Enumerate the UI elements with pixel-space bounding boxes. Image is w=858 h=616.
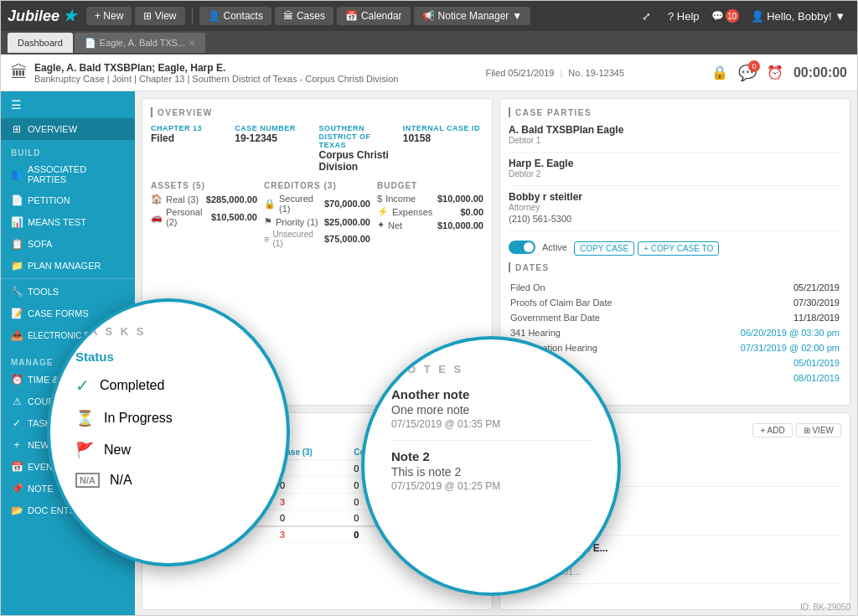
sidebar-item-overview[interactable]: ⊞ OVERVIEW [1,118,135,140]
overview-icon: ⊞ [11,123,23,135]
dates-row-filed: Filed On 05/21/2019 [510,281,840,294]
sidebar-item-note[interactable]: 📌 NOTE [1,478,135,500]
app-wrapper: Jubilee ★ + New ⊞ View 👤 Contacts 🏛 Case… [0,0,858,616]
overview-panel-title: OVERVIEW [151,107,483,117]
user-icon: 👤 [751,10,764,23]
expand-button[interactable]: ⤢ [637,8,656,24]
sidebar: ☰ ⊞ OVERVIEW BUILD 👥 ASSOCIATED PARTIES … [1,91,135,616]
events-icon: 📅 [11,461,23,473]
active-toggle-row: Active COPY CASE + COPY CASE TO [509,238,841,256]
meta-items: Filed 05/21/2019 | No. 19-12345 [485,68,624,78]
contacts-icon: 👤 [208,10,220,22]
notice-manager-button[interactable]: 📢 Notice Manager ▼ [414,7,531,25]
tab-eagle[interactable]: 📄 Eagle, A. Bald TXS... ✕ [75,33,206,53]
notes-panel-actions: + ADD ⊞ VIEW [752,423,841,437]
help-button[interactable]: ? Help [663,8,705,24]
completed-icon: ✓ [156,463,163,473]
creditors-unsecured: ≡ Unsecured (1) $75,000.00 [264,230,370,248]
dates-table: Filed On 05/21/2019 Proofs of Claim Bar … [509,279,841,386]
dates-row-confirmation: Confirmation Hearing 07/31/2019 @ 02:00 … [510,341,840,355]
plan-manager-icon: 📁 [11,260,23,272]
budget-net: ✦ Net $10,000.00 [377,220,483,230]
sidebar-item-case-forms[interactable]: 📝 CASE FORMS [1,303,135,324]
case-forms-icon: 📝 [11,308,23,319]
help-icon: ? [668,10,674,23]
logo-text: Jubilee [8,8,59,25]
active-label: Active [542,242,567,252]
dates-row-341: 341 Hearing 06/20/2019 @ 03:30 pm [510,326,840,339]
contacts-button[interactable]: 👤 Contacts [199,7,271,25]
sidebar-item-new-task[interactable]: + NEW TASK [1,434,135,456]
sidebar-item-sofa[interactable]: 📋 SOFA [1,233,135,255]
build-title: BUILD [1,143,135,159]
cases-button[interactable]: 🏛 Cases [275,7,333,25]
case-parties-panel: CASE PARTIES A. Bald TXSBPlan Eagle Debt… [499,98,850,406]
alarm-icon: ⏰ [767,65,783,80]
tasks-view-button[interactable]: ⊞ VIEW [438,423,483,437]
notification-badge: 10 [726,9,739,23]
note-item-1: Note 2 This is note 2 07/15/2019 @ 01:25… [509,494,841,536]
na-icon: N/A [156,514,170,523]
sidebar-item-tasks[interactable]: ✓ TASKS [1,412,135,434]
toggle-knob [524,242,534,252]
new-button[interactable]: + New [86,7,132,25]
party-divider-1 [509,152,841,153]
dates-title: DATES [509,262,841,272]
user-menu-button[interactable]: 👤 Hello, Bobby! ▼ [746,8,850,24]
view-button[interactable]: ⊞ View [135,7,184,25]
assoc-parties-icon: 👥 [11,168,23,180]
party-attorney: Bobby r steitler Attorney (210) 561-5300 [509,191,841,224]
copy-case-button[interactable]: COPY CASE [574,241,634,256]
sidebar-item-means-test[interactable]: 📊 MEANS TEST [1,211,135,233]
notice-dropdown-icon: ▼ [512,10,522,22]
message-icon-breadcrumb[interactable]: 💬 0 [738,64,757,82]
note-icon: 📌 [11,483,23,494]
documents-icon: 📂 [11,505,23,516]
notes-view-button[interactable]: ⊞ VIEW [796,423,841,437]
dates-row-gov-bar: Government Bar Date 11/18/2019 [510,311,840,324]
breadcrumb-bar: 🏛 Eagle, A. Bald TXSBPlan; Eagle, Harp E… [1,54,857,91]
creditors-priority: ⚑ Priority (1) $25,000.00 [264,216,370,227]
notes-panel: NOTES + ADD ⊞ VIEW Another note One more… [499,412,850,610]
breadcrumb-title: Eagle, A. Bald TXSBPlan; Eagle, Harp E. [34,62,399,74]
active-toggle[interactable] [509,241,535,254]
message-badge: 0 [748,60,760,72]
calendar-icon: 📅 [345,10,358,22]
new-task-flag-icon: 🚩 [156,496,168,506]
sidebar-item-court-notices[interactable]: ⚠ COURT NOTICES [1,391,135,412]
party-divider-3 [509,230,841,231]
sidebar-item-electronic-filing[interactable]: 📤 ELECTRONIC FILING [1,324,135,346]
party-debtor1: A. Bald TXSBPlan Eagle Debtor 1 [509,124,841,145]
sidebar-item-petition[interactable]: 📄 PETITION [1,189,135,211]
sidebar-item-documents[interactable]: 📂 DOC ENTS [1,500,135,521]
ov-internal-id: Internal Case ID 10158 [403,124,483,173]
breadcrumb-icon: 🏛 [11,63,28,82]
ov-chapter: Chapter 13 Filed [151,124,231,173]
sidebar-item-associated-parties[interactable]: 👥 ASSOCIATED PARTIES [1,159,135,189]
tab-bar: Dashboard 📄 Eagle, A. Bald TXS... ✕ [1,31,857,54]
filed-meta: Filed 05/21/2019 | No. 19-12345 [485,68,624,78]
notification-area[interactable]: 💬 10 [711,9,739,23]
breadcrumb-subtitle: Bankruptcy Case | Joint | Chapter 13 | S… [34,74,399,84]
tab-eagle-label: Eagle, A. Bald TXS... [100,38,186,48]
hamburger-menu[interactable]: ☰ [1,91,135,118]
sidebar-item-events[interactable]: 📅 EVENTS [1,456,135,478]
sidebar-item-plan-manager[interactable]: 📁 PLAN MANAGER [1,255,135,277]
main-layout: ☰ ⊞ OVERVIEW BUILD 👥 ASSOCIATED PARTIES … [1,91,857,616]
tasks-row-na: N/A N/A 0 0 [151,510,483,527]
notes-add-button[interactable]: + ADD [752,423,792,437]
dates-section: DATES Filed On 05/21/2019 Proofs of Clai… [509,262,841,386]
tab-eagle-close[interactable]: ✕ [189,39,195,48]
tasks-panel: TASKS + ADD ⊞ VIEW Status Case (3) Court… [142,412,493,610]
content-area: OVERVIEW Chapter 13 Filed Case Number 19… [135,91,857,616]
tasks-total-row: 3 0 [151,526,483,543]
dates-row-5: 05/01/2019 [510,356,840,370]
logo: Jubilee ★ [8,7,76,25]
means-test-icon: 📊 [11,216,23,228]
sidebar-item-time-billing[interactable]: ⏰ TIME & BILLING [1,369,135,391]
copy-case-to-button[interactable]: + COPY CASE TO [638,241,719,256]
tab-dashboard[interactable]: Dashboard [8,33,73,53]
calendar-button[interactable]: 📅 Calendar [337,7,411,25]
sidebar-item-tools[interactable]: 🔧 TOOLS [1,281,135,303]
tasks-add-button[interactable]: + ADD [395,423,434,437]
